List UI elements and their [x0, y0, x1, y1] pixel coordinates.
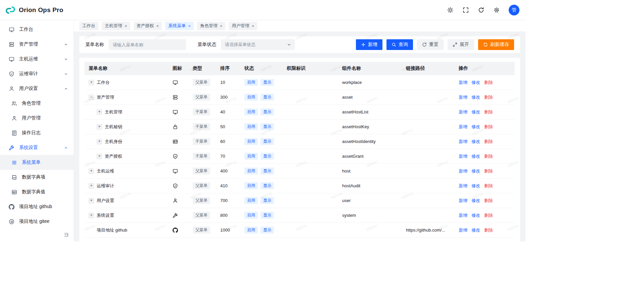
tab-item[interactable]: 角色管理×	[197, 22, 226, 30]
sidebar-item-label: 系统菜单	[22, 159, 68, 165]
row-action-delete[interactable]: 删除	[484, 80, 493, 86]
row-action-add[interactable]: 新增	[459, 124, 467, 130]
row-action-edit[interactable]: 修改	[471, 212, 480, 218]
type-badge: 父菜单	[193, 94, 210, 101]
fullscreen-icon[interactable]	[462, 7, 469, 13]
row-action-delete[interactable]: 删除	[484, 109, 493, 115]
row-action-delete[interactable]: 删除	[484, 94, 493, 100]
monitor-icon	[173, 109, 178, 115]
expand-row-toggle[interactable]: +	[89, 198, 94, 203]
sidebar-item[interactable]: 系统菜单	[0, 155, 74, 170]
sidebar-item[interactable]: 系统设置	[0, 140, 74, 155]
sidebar-item[interactable]: 角色管理	[0, 96, 74, 111]
row-actions-cell: 新增修改删除	[455, 168, 515, 174]
row-action-delete[interactable]: 删除	[484, 183, 493, 189]
sidebar-item[interactable]: 主机运维	[0, 52, 74, 66]
sort-cell: 700	[216, 198, 240, 203]
row-action-delete[interactable]: 删除	[484, 168, 493, 174]
expand-row-toggle[interactable]: +	[97, 109, 102, 115]
tab-item[interactable]: 工作台	[79, 22, 98, 30]
collapse-row-toggle[interactable]: −	[89, 95, 94, 100]
row-action-add[interactable]: 新增	[459, 94, 467, 100]
column-header: 图标	[169, 65, 189, 71]
expand-row-toggle[interactable]: +	[89, 80, 94, 85]
refresh-cache-button[interactable]: 刷新缓存	[478, 39, 514, 50]
row-action-edit[interactable]: 修改	[471, 198, 480, 204]
row-action-edit[interactable]: 修改	[471, 139, 480, 145]
expand-row-toggle[interactable]: +	[97, 139, 102, 144]
sidebar-item[interactable]: 项目地址 gitee	[0, 214, 74, 228]
menu-type-cell: 子菜单	[189, 153, 216, 160]
menu-name-cell: +工作台	[85, 80, 169, 86]
row-action-add[interactable]: 新增	[459, 212, 467, 218]
row-action-delete[interactable]: 删除	[484, 227, 493, 233]
row-action-delete[interactable]: 删除	[484, 198, 493, 204]
row-action-add[interactable]: 新增	[459, 139, 467, 145]
row-action-edit[interactable]: 修改	[471, 168, 480, 174]
status-cell: 启用显示	[240, 79, 283, 86]
menu-name-input[interactable]	[109, 39, 186, 50]
row-action-delete[interactable]: 删除	[484, 212, 493, 218]
expand-row-toggle[interactable]: +	[97, 124, 102, 130]
reload-icon[interactable]	[478, 7, 485, 13]
tab-item[interactable]: 主机管理×	[102, 22, 130, 30]
tab-item[interactable]: 系统菜单×	[165, 22, 194, 30]
expand-button[interactable]: 展开	[448, 39, 474, 50]
tab-item[interactable]: 用户管理×	[229, 22, 257, 30]
add-button[interactable]: 新增	[356, 39, 382, 50]
row-action-add[interactable]: 新增	[459, 153, 467, 159]
expand-row-toggle[interactable]: +	[89, 213, 94, 218]
row-action-edit[interactable]: 修改	[471, 153, 480, 159]
row-action-add[interactable]: 新增	[459, 227, 467, 233]
menu-icon-cell	[169, 124, 189, 130]
expand-row-toggle[interactable]: +	[97, 154, 102, 159]
close-icon[interactable]: ×	[188, 24, 191, 28]
status-badge: 显示	[261, 182, 274, 189]
reset-button[interactable]: 重置	[417, 39, 444, 50]
sidebar-item[interactable]: 数据字典值	[0, 185, 74, 199]
row-action-edit[interactable]: 修改	[471, 124, 480, 130]
row-action-edit[interactable]: 修改	[471, 80, 480, 86]
sidebar-item[interactable]: 用户设置	[0, 81, 74, 96]
row-action-add[interactable]: 新增	[459, 80, 467, 86]
sidebar-item[interactable]: 运维审计	[0, 66, 74, 81]
row-action-delete[interactable]: 删除	[484, 124, 493, 130]
sidebar-item[interactable]: 资产管理	[0, 37, 74, 52]
search-button[interactable]: 查询	[386, 39, 413, 50]
sidebar-item[interactable]: 工作台	[0, 22, 74, 37]
theme-toggle-icon[interactable]	[447, 7, 454, 13]
row-action-edit[interactable]: 修改	[471, 227, 480, 233]
expand-row-toggle[interactable]: +	[89, 168, 94, 174]
row-action-edit[interactable]: 修改	[471, 109, 480, 115]
sidebar-item[interactable]: 用户管理	[0, 111, 74, 126]
sidebar-item[interactable]: 项目地址 github	[0, 199, 74, 214]
close-icon[interactable]: ×	[220, 24, 223, 28]
row-action-add[interactable]: 新增	[459, 183, 467, 189]
sidebar-item[interactable]: 数据字典项	[0, 170, 74, 185]
expand-row-toggle[interactable]: +	[89, 183, 94, 189]
row-action-add[interactable]: 新增	[459, 198, 467, 204]
tool-icon	[9, 145, 14, 151]
tab-item[interactable]: 资产授权×	[134, 22, 162, 30]
menu-status-select[interactable]: 请选择菜单状态	[221, 39, 295, 50]
row-action-edit[interactable]: 修改	[471, 183, 480, 189]
collapse-sidebar-icon[interactable]	[0, 228, 74, 241]
settings-icon[interactable]	[493, 7, 500, 13]
github-icon	[173, 228, 178, 233]
row-action-edit[interactable]: 修改	[471, 94, 480, 100]
row-action-add[interactable]: 新增	[459, 168, 467, 174]
row-action-add[interactable]: 新增	[459, 109, 467, 115]
sort-cell: 60	[216, 139, 240, 144]
sidebar: 工作台资产管理主机运维运维审计用户设置角色管理用户管理操作日志系统设置系统菜单数…	[0, 20, 74, 241]
close-icon[interactable]: ×	[125, 24, 127, 28]
row-action-delete[interactable]: 删除	[484, 153, 493, 159]
close-icon[interactable]: ×	[251, 24, 254, 28]
user-avatar[interactable]: 管	[509, 5, 519, 15]
row-action-delete[interactable]: 删除	[484, 139, 493, 145]
close-icon[interactable]: ×	[156, 24, 159, 28]
menu-type-cell: 父菜单	[189, 227, 216, 234]
sidebar-item[interactable]: 操作日志	[0, 126, 74, 140]
menu-icon-cell	[169, 213, 189, 218]
type-badge: 子菜单	[193, 138, 210, 145]
row-actions-cell: 新增修改删除	[455, 227, 515, 233]
